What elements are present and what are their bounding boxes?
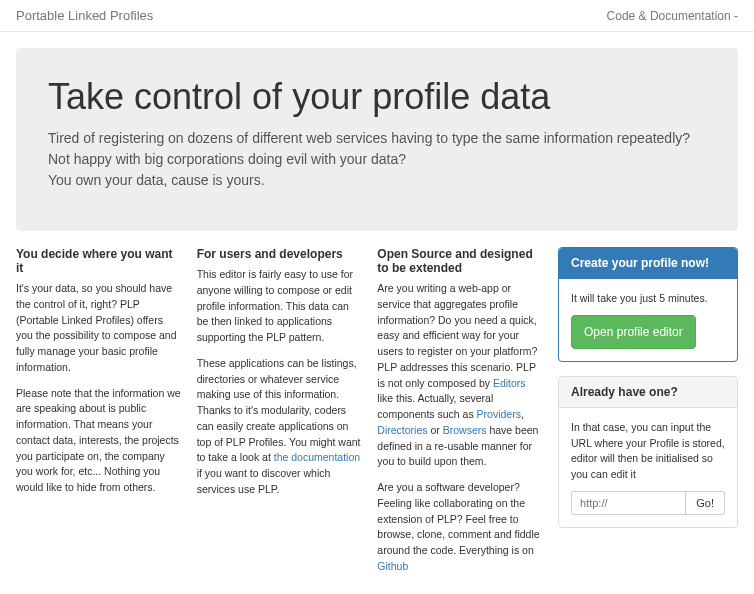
docs-link-label: Code & Documentation	[607, 9, 731, 23]
col2-p2: These applications can be listings, dire…	[197, 356, 362, 498]
panel-have-title: Already have one?	[559, 377, 737, 408]
col-you-decide: You decide where you want it It's your d…	[16, 247, 181, 585]
docs-link[interactable]: Code & Documentation -	[607, 9, 738, 23]
url-input-group: Go!	[571, 491, 725, 515]
panel-create-profile: Create your profile now! It will take yo…	[558, 247, 738, 362]
hero-line2: Not happy with big corporations doing ev…	[48, 149, 706, 170]
directories-link[interactable]: Directories	[377, 424, 427, 436]
col1-p2: Please note that the information we are …	[16, 386, 181, 496]
col1-heading: You decide where you want it	[16, 247, 181, 275]
panel-have-body: In that case, you can input the URL wher…	[571, 421, 725, 480]
panel-create-title: Create your profile now!	[559, 248, 737, 279]
hero-line3: You own your data, cause is yours.	[48, 170, 706, 191]
providers-link[interactable]: Providers	[477, 408, 521, 420]
content-row: You decide where you want it It's your d…	[16, 247, 738, 585]
profile-url-input[interactable]	[571, 491, 686, 515]
col3-heading: Open Source and designed to be extended	[377, 247, 542, 275]
col3-p2: Are you a software developer? Feeling li…	[377, 480, 542, 575]
documentation-link[interactable]: the documentation	[274, 451, 360, 463]
col3-p1: Are you writing a web-app or service tha…	[377, 281, 542, 470]
brand-link[interactable]: Portable Linked Profiles	[16, 8, 153, 23]
github-link[interactable]: Github	[377, 560, 408, 572]
panel-already-have: Already have one? In that case, you can …	[558, 376, 738, 528]
col2-heading: For users and developers	[197, 247, 362, 261]
navbar: Portable Linked Profiles Code & Document…	[0, 0, 754, 32]
hero-line1: Tired of registering on dozens of differ…	[48, 128, 706, 149]
side-column: Create your profile now! It will take yo…	[558, 247, 738, 585]
caret-icon: -	[734, 9, 738, 23]
col1-p1: It's your data, so you should have the c…	[16, 281, 181, 376]
go-button[interactable]: Go!	[686, 491, 725, 515]
hero-title: Take control of your profile data	[48, 76, 706, 118]
browsers-link[interactable]: Browsers	[443, 424, 487, 436]
col-open-source: Open Source and designed to be extended …	[377, 247, 542, 585]
open-profile-editor-button[interactable]: Open profile editor	[571, 315, 696, 349]
col-users-devs: For users and developers This editor is …	[197, 247, 362, 585]
editors-link[interactable]: Editors	[493, 377, 526, 389]
col2-p1: This editor is fairly easy to use for an…	[197, 267, 362, 346]
hero: Take control of your profile data Tired …	[16, 48, 738, 231]
panel-create-body: It will take you just 5 minutes.	[571, 292, 708, 304]
